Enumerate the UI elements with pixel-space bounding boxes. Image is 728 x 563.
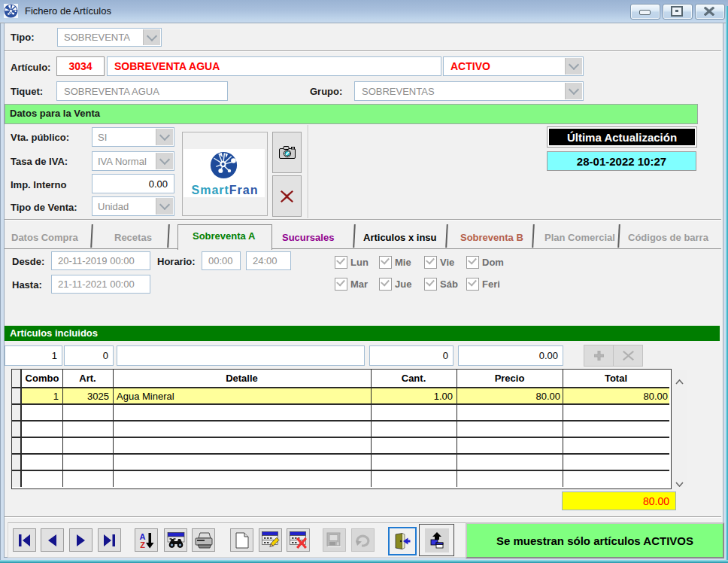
svg-text:Z: Z <box>140 540 145 549</box>
